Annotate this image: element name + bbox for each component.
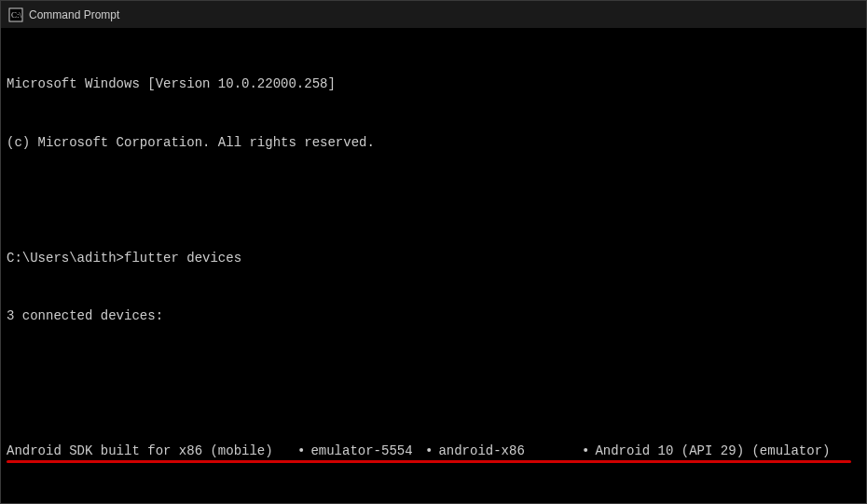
prompt-path: C:\Users\adith> [7, 251, 124, 266]
copyright-line: (c) Microsoft Corporation. All rights re… [7, 133, 860, 153]
bullet-icon: • [582, 443, 589, 458]
connected-count: 3 connected devices: [7, 306, 860, 326]
bullet-icon: • [297, 443, 305, 458]
window-title: Command Prompt [29, 8, 119, 21]
device-name: Android SDK built for x86 (mobile) [7, 442, 297, 461]
terminal-area[interactable]: Microsoft Windows [Version 10.0.22000.25… [1, 29, 866, 503]
device-row-android: Android SDK built for x86 (mobile) •emul… [7, 442, 860, 461]
cmd-icon: C:\ [8, 7, 23, 22]
device-platform: •android-x86 [425, 442, 582, 461]
version-line: Microsoft Windows [Version 10.0.22000.25… [7, 75, 860, 94]
highlight-underline [7, 460, 851, 463]
svg-text:C:\: C:\ [11, 10, 22, 20]
command-text: flutter devices [124, 251, 241, 266]
titlebar[interactable]: C:\ Command Prompt [1, 1, 866, 29]
blank-line [7, 364, 860, 384]
blank-line [7, 191, 860, 211]
bullet-icon: • [425, 443, 433, 458]
device-version: •Android 10 (API 29) (emulator) [582, 442, 860, 461]
prompt-line-1: C:\Users\adith>flutter devices [7, 249, 860, 268]
device-id: •emulator-5554 [297, 442, 425, 461]
